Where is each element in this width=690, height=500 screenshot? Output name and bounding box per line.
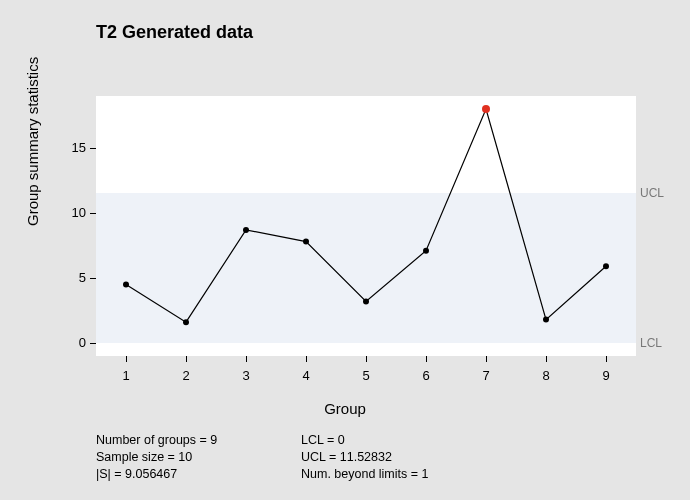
footer-s: |S| = 9.056467 — [96, 466, 301, 483]
x-tick-mark — [126, 356, 127, 362]
data-point — [303, 239, 309, 245]
x-tick-label: 9 — [596, 368, 616, 383]
chart-title: T2 Generated data — [96, 22, 253, 43]
footer-sample-size: Sample size = 10 — [96, 449, 301, 466]
y-tick-mark — [90, 343, 96, 344]
footer-beyond: Num. beyond limits = 1 — [301, 466, 521, 483]
data-point — [123, 282, 129, 288]
x-tick-mark — [246, 356, 247, 362]
y-tick-mark — [90, 148, 96, 149]
x-tick-label: 8 — [536, 368, 556, 383]
lcl-label: LCL — [640, 336, 662, 350]
x-tick-label: 6 — [416, 368, 436, 383]
x-tick-label: 2 — [176, 368, 196, 383]
footer-lcl: LCL = 0 — [301, 432, 521, 449]
y-tick-label: 5 — [56, 270, 86, 285]
y-tick-mark — [90, 213, 96, 214]
data-point — [603, 263, 609, 269]
data-point — [543, 317, 549, 323]
x-tick-mark — [546, 356, 547, 362]
ucl-label: UCL — [640, 186, 664, 200]
data-point — [183, 319, 189, 325]
x-tick-label: 1 — [116, 368, 136, 383]
data-point-outlier — [482, 105, 490, 113]
y-tick-label: 15 — [56, 140, 86, 155]
x-tick-label: 7 — [476, 368, 496, 383]
footer-num-groups: Number of groups = 9 — [96, 432, 301, 449]
x-tick-label: 5 — [356, 368, 376, 383]
x-tick-label: 4 — [296, 368, 316, 383]
footer-ucl: UCL = 11.52832 — [301, 449, 521, 466]
data-point — [363, 298, 369, 304]
x-tick-mark — [426, 356, 427, 362]
data-point — [423, 248, 429, 254]
x-tick-mark — [186, 356, 187, 362]
plot-area: UCL LCL — [96, 96, 636, 356]
y-tick-mark — [90, 278, 96, 279]
x-axis-label: Group — [0, 400, 690, 417]
data-point — [243, 227, 249, 233]
x-tick-mark — [306, 356, 307, 362]
x-tick-mark — [606, 356, 607, 362]
series-line — [96, 96, 636, 356]
chart-footer: Number of groups = 9 Sample size = 10 |S… — [96, 432, 521, 483]
y-axis-label: Group summary statistics — [24, 57, 41, 226]
y-tick-label: 10 — [56, 205, 86, 220]
x-tick-mark — [366, 356, 367, 362]
chart-canvas: T2 Generated data Group summary statisti… — [0, 0, 690, 500]
y-tick-label: 0 — [56, 335, 86, 350]
x-tick-label: 3 — [236, 368, 256, 383]
x-tick-mark — [486, 356, 487, 362]
